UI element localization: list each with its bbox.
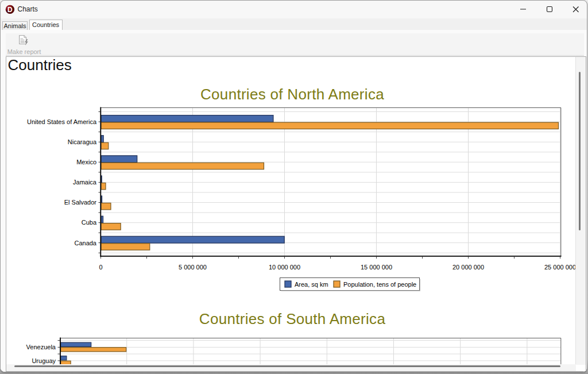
svg-text:Canada: Canada (74, 240, 96, 246)
svg-text:Area, sq km: Area, sq km (295, 281, 328, 288)
svg-text:25 000 000: 25 000 000 (544, 264, 575, 271)
svg-text:Countries of South America: Countries of South America (199, 310, 385, 327)
svg-text:Cuba: Cuba (81, 219, 96, 226)
svg-text:5 000 000: 5 000 000 (179, 264, 207, 271)
svg-text:Venezuela: Venezuela (26, 344, 56, 350)
svg-text:Countries of North America: Countries of North America (200, 86, 384, 103)
svg-text:El Salvador: El Salvador (64, 199, 96, 206)
svg-text:Uruguay: Uruguay (32, 357, 56, 364)
svg-text:0: 0 (99, 264, 102, 271)
svg-text:D: D (7, 5, 13, 13)
svg-text:Nicaragua: Nicaragua (67, 138, 96, 145)
svg-text:15 000 000: 15 000 000 (360, 264, 392, 271)
svg-text:20 000 000: 20 000 000 (452, 264, 483, 271)
svg-text:Jamaica: Jamaica (73, 179, 97, 186)
svg-text:10 000 000: 10 000 000 (268, 264, 300, 271)
svg-text:Population, tens of people: Population, tens of people (343, 281, 416, 288)
svg-text:Mexico: Mexico (76, 159, 96, 165)
svg-text:United States of America: United States of America (26, 118, 96, 125)
